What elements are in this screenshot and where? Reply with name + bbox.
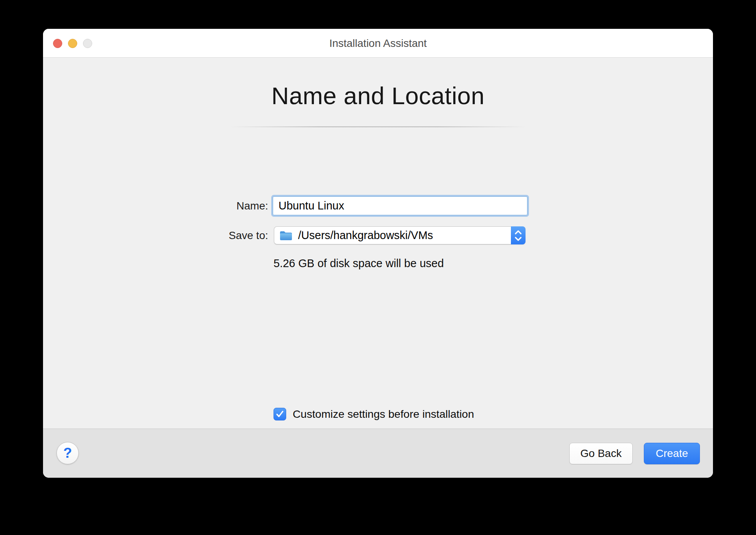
heading-divider	[230, 126, 526, 127]
chevron-up-down-icon[interactable]	[511, 226, 526, 244]
customize-settings-checkbox[interactable]	[274, 408, 286, 420]
create-button[interactable]: Create	[644, 443, 700, 464]
folder-icon	[279, 230, 293, 241]
window-title: Installation Assistant	[43, 29, 713, 58]
installation-assistant-window: Installation Assistant Name and Location…	[43, 29, 713, 478]
name-label: Name:	[43, 196, 268, 215]
footer-bar: ? Go Back Create	[43, 429, 713, 478]
help-button[interactable]: ?	[56, 442, 79, 464]
customize-settings-row[interactable]: Customize settings before installation	[274, 408, 474, 420]
customize-settings-label: Customize settings before installation	[293, 408, 474, 420]
save-location-path: /Users/hankgrabowski/VMs	[298, 229, 433, 242]
go-back-button[interactable]: Go Back	[569, 443, 633, 464]
save-to-label: Save to:	[43, 226, 268, 244]
name-input[interactable]	[273, 196, 527, 215]
checkmark-icon	[275, 410, 284, 419]
title-bar: Installation Assistant	[43, 29, 713, 58]
save-location-dropdown[interactable]: /Users/hankgrabowski/VMs	[274, 226, 526, 244]
question-mark-icon: ?	[63, 445, 72, 461]
disk-space-note: 5.26 GB of disk space will be used	[274, 257, 444, 270]
page-title: Name and Location	[43, 82, 713, 110]
